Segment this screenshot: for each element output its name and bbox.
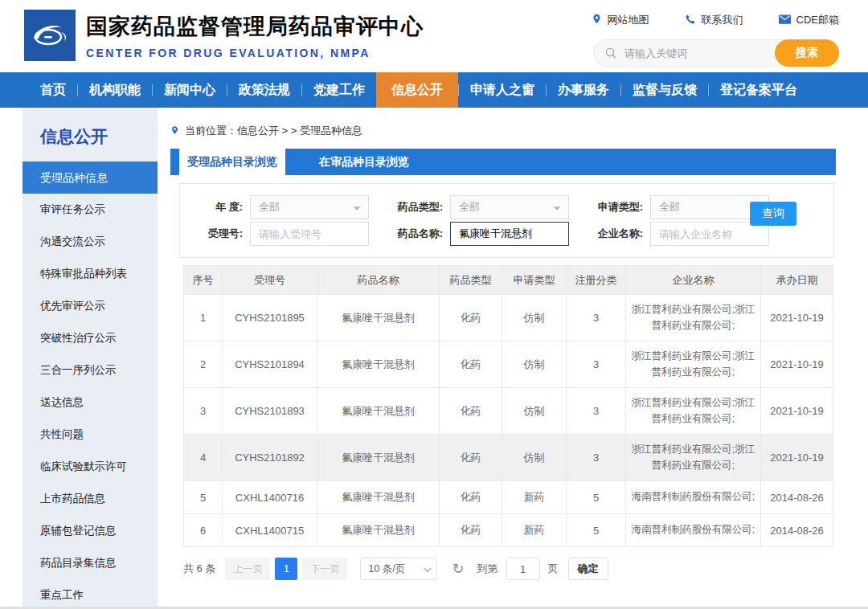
cell-drug-name: 氟康唑干混悬剂: [317, 388, 440, 435]
sidebar-item-three-in-one[interactable]: 三合一序列公示: [23, 354, 158, 386]
prev-page-button[interactable]: 上一页: [225, 558, 270, 580]
table-header-row: 序号 受理号 药品名称 药品类型 申请类型 注册分类 企业名称 承办日期: [184, 266, 833, 295]
filter-apply-type: 申请类型: 全部: [585, 195, 769, 219]
acceptance-no-input[interactable]: [250, 222, 369, 246]
cell-drug-name: 氟康唑干混悬剂: [317, 514, 440, 547]
cell-index: 5: [184, 481, 223, 514]
contact-link[interactable]: 联系我们: [685, 13, 743, 27]
contact-label: 联系我们: [702, 13, 743, 27]
cell-reg-class: 3: [567, 295, 626, 341]
goto-confirm-button[interactable]: 确定: [568, 558, 608, 580]
refresh-icon[interactable]: ↻: [452, 562, 464, 576]
cell-reg-class: 5: [567, 514, 626, 547]
location-pin-icon: [592, 13, 602, 27]
drug-name-input[interactable]: [450, 222, 569, 246]
table-row[interactable]: 2 CYHS2101894 氟康唑干混悬剂 化药 仿制 3 浙江普利药业有限公司…: [184, 341, 833, 388]
search-button[interactable]: 搜索: [775, 39, 839, 67]
nav-item-policy[interactable]: 政策法规: [227, 72, 301, 108]
cell-date: 2021-10-19: [761, 435, 833, 481]
cell-company: 浙江普利药业有限公司;浙江普利药业有限公司;: [626, 341, 761, 388]
tab-under-review-catalog[interactable]: 在审品种目录浏览: [285, 149, 443, 175]
sidebar-title: 信息公开: [23, 108, 158, 161]
cell-date: 2021-10-19: [761, 295, 833, 341]
sidebar-item-delivery-info[interactable]: 送达信息: [23, 386, 158, 419]
sidebar-item-accepted-products[interactable]: 受理品种信息: [23, 161, 158, 194]
page-size-select[interactable]: 10 条/页: [360, 558, 437, 580]
sidebar-item-excipient-registration[interactable]: 原辅包登记信息: [23, 515, 158, 547]
nav-item-home[interactable]: 首页: [29, 72, 77, 108]
nav-item-services[interactable]: 办事服务: [547, 72, 620, 108]
year-select[interactable]: 全部: [250, 195, 369, 219]
nav-item-applicant-window[interactable]: 申请人之窗: [459, 72, 546, 108]
drug-type-label: 药品类型:: [385, 200, 443, 215]
breadcrumb: 当前位置：信息公开 > > 受理品种信息: [170, 124, 836, 138]
sidebar: 信息公开 受理品种信息 审评任务公示 沟通交流公示 特殊审批品种列表 优先审评公…: [23, 108, 158, 607]
chevron-down-icon: [424, 564, 432, 572]
table-row[interactable]: 3 CYHS2101893 氟康唑干混悬剂 化药 仿制 3 浙江普利药业有限公司…: [184, 388, 833, 435]
table-row[interactable]: 1 CYHS2101895 氟康唑干混悬剂 化药 仿制 3 浙江普利药业有限公司…: [184, 295, 833, 341]
cell-index: 6: [184, 514, 223, 547]
results-table: 序号 受理号 药品名称 药品类型 申请类型 注册分类 企业名称 承办日期 1 C…: [183, 265, 833, 547]
sidebar-item-communication[interactable]: 沟通交流公示: [23, 226, 158, 258]
cell-acceptance-no: CXHL1400716: [223, 481, 317, 514]
nav-item-registration-platform[interactable]: 登记备案平台: [709, 72, 809, 108]
page-number-1[interactable]: 1: [275, 558, 297, 580]
nav-item-functions[interactable]: 机构职能: [78, 72, 152, 108]
cell-apply-type: 仿制: [502, 295, 567, 341]
site-header: 国家药品监督管理局药品审评中心 CENTER FOR DRUG EVALUATI…: [0, 0, 868, 72]
cell-apply-type: 仿制: [502, 341, 567, 388]
nav-item-info-disclosure[interactable]: 信息公开: [376, 72, 458, 108]
page-size-value: 10 条/页: [368, 562, 405, 576]
sidebar-item-common-issues[interactable]: 共性问题: [23, 419, 158, 451]
cde-logo[interactable]: [24, 10, 76, 61]
column-header-drug-type: 药品类型: [440, 266, 502, 295]
cell-apply-type: 仿制: [502, 388, 567, 435]
filter-drug-name: 药品名称:: [385, 222, 569, 246]
sidebar-item-special-approval[interactable]: 特殊审批品种列表: [23, 258, 158, 290]
sidebar-item-priority-review[interactable]: 优先审评公示: [23, 290, 158, 322]
site-titles: 国家药品监督管理局药品审评中心 CENTER FOR DRUG EVALUATI…: [86, 12, 424, 59]
goto-page-label: 到第: [477, 562, 498, 576]
sidebar-item-review-tasks[interactable]: 审评任务公示: [23, 194, 158, 226]
query-button[interactable]: 查询: [750, 202, 796, 226]
goto-page-input[interactable]: [506, 558, 540, 580]
site-title-en: CENTER FOR DRUG EVALUATION, NMPA: [86, 47, 424, 59]
sidebar-item-clinical-trial-license[interactable]: 临床试验默示许可: [23, 451, 158, 483]
nav-item-party[interactable]: 党建工作: [302, 72, 376, 108]
next-page-button[interactable]: 下一页: [302, 558, 347, 580]
sidebar-item-breakthrough-therapy[interactable]: 突破性治疗公示: [23, 322, 158, 354]
cell-company: 海南普利制药股份有限公司;: [626, 514, 761, 547]
keyword-search-input[interactable]: [594, 47, 775, 59]
apply-type-select-value: 全部: [659, 200, 680, 215]
sidebar-item-marketed-drugs[interactable]: 上市药品信息: [23, 483, 158, 515]
chevron-down-icon: [553, 206, 561, 215]
cell-reg-class: 3: [567, 435, 626, 481]
table-row[interactable]: 5 CXHL1400716 氟康唑干混悬剂 化药 新药 5 海南普利制药股份有限…: [184, 481, 833, 514]
cell-company: 海南普利制药股份有限公司;: [626, 481, 761, 514]
search-icon: [604, 47, 617, 63]
column-header-acceptance-no: 受理号: [223, 266, 317, 295]
company-label: 企业名称:: [585, 227, 643, 241]
nav-item-news[interactable]: 新闻中心: [153, 72, 227, 108]
filter-row-1: 年 度: 全部 药品类型: 全部 申请类型: 全部: [185, 195, 833, 219]
mailbox-link[interactable]: CDE邮箱: [779, 13, 839, 27]
sitemap-label: 网站地图: [608, 13, 649, 27]
breadcrumb-pin-icon: [170, 125, 179, 138]
drug-type-select[interactable]: 全部: [450, 195, 569, 219]
table-row-highlighted[interactable]: 4 CYHS2101892 氟康唑干混悬剂 化药 仿制 3 浙江普利药业有限公司…: [184, 435, 833, 481]
sidebar-item-key-work[interactable]: 重点工作: [23, 579, 158, 609]
sitemap-link[interactable]: 网站地图: [592, 13, 649, 27]
cell-apply-type: 新药: [502, 481, 567, 514]
cell-drug-name: 氟康唑干混悬剂: [317, 295, 440, 341]
cell-reg-class: 5: [567, 481, 626, 514]
cell-acceptance-no: CYHS2101892: [223, 435, 317, 481]
cell-drug-type: 化药: [440, 388, 502, 435]
chevron-down-icon: [353, 206, 361, 215]
nav-item-supervision[interactable]: 监督与反馈: [621, 72, 708, 108]
cde-logo-icon: [24, 10, 76, 61]
mailbox-label: CDE邮箱: [796, 13, 839, 27]
table-row[interactable]: 6 CXHL1400715 氟康唑干混悬剂 化药 新药 5 海南普利制药股份有限…: [184, 514, 833, 547]
tab-accepted-catalog[interactable]: 受理品种目录浏览: [179, 149, 285, 175]
sidebar-item-drug-catalog[interactable]: 药品目录集信息: [23, 547, 158, 579]
apply-type-label: 申请类型:: [585, 200, 643, 215]
